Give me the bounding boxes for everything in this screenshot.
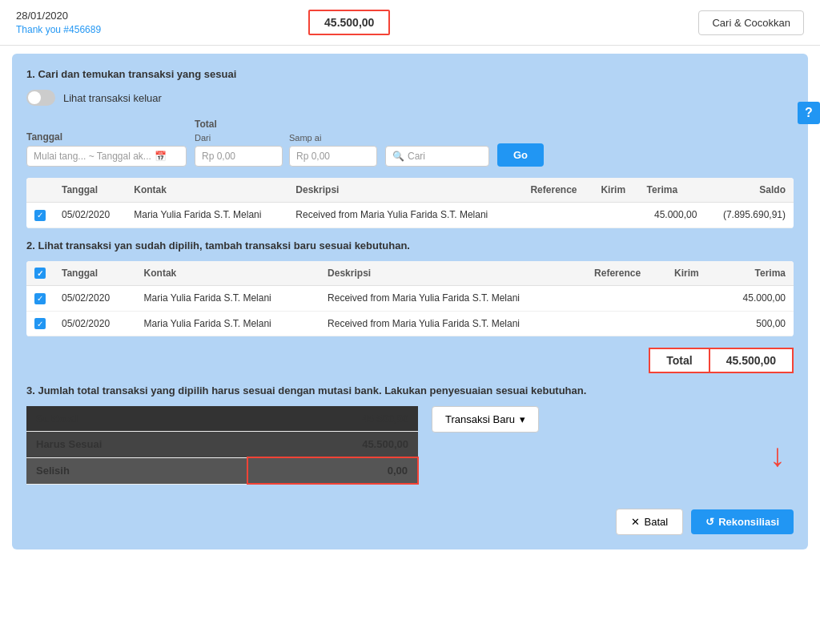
go-button[interactable]: Go: [497, 143, 544, 167]
tanggal-input[interactable]: Mulai tang... ~ Tanggal ak... 📅: [26, 146, 187, 167]
section1-table-container: Tanggal Kontak Deskripsi Reference Kirim…: [26, 178, 794, 228]
batal-label: Batal: [644, 516, 668, 528]
main-content: ? 1. Cari dan temukan transaksi yang ses…: [12, 54, 808, 549]
toggle-label: Lihat transaksi keluar: [63, 92, 162, 104]
row-check[interactable]: ✓: [26, 203, 54, 228]
search-icon: 🔍: [392, 151, 404, 162]
summary-right: Transaksi Baru ▾ ↓: [432, 406, 794, 479]
dari-input[interactable]: Rp 0,00: [195, 146, 283, 167]
row3-terima: 500,00: [718, 311, 794, 336]
row-deskripsi: Received from Maria Yulia Farida S.T. Me…: [287, 203, 522, 228]
total-label: Total: [195, 119, 377, 130]
col2-deskripsi: Deskripsi: [320, 261, 586, 286]
help-button[interactable]: ?: [798, 102, 820, 124]
subtotal-value: 45.500,00: [247, 406, 418, 432]
col2-check: ✓: [26, 261, 54, 286]
col-reference: Reference: [522, 178, 593, 203]
harussesuai-value: 45.500,00: [247, 432, 418, 458]
search-group: 🔍 Cari: [385, 131, 489, 167]
col2-kirim: Kirim: [666, 261, 718, 286]
row-reference: [522, 203, 593, 228]
section2-table: ✓ Tanggal Kontak Deskripsi Reference Kir…: [26, 261, 794, 337]
col2-kontak: Kontak: [136, 261, 320, 286]
checkbox-checked[interactable]: ✓: [34, 293, 46, 304]
col-tanggal: Tanggal: [54, 178, 126, 203]
refresh-icon: ↺: [705, 516, 714, 528]
row-kontak: Maria Yulia Farida S.T. Melani: [126, 203, 287, 228]
summary-table: Subtotal 45.500,00 Harus Sesuai 45.500,0…: [26, 406, 419, 485]
row2-kontak: Maria Yulia Farida S.T. Melani: [136, 286, 320, 312]
close-icon: ✕: [631, 516, 640, 528]
tanggal-group: Tanggal Mulai tang... ~ Tanggal ak... 📅: [26, 131, 187, 167]
transaksi-baru-button[interactable]: Transaksi Baru ▾: [432, 406, 539, 433]
col-kontak: Kontak: [126, 178, 287, 203]
section3: 3. Jumlah total transaksi yang dipilih h…: [26, 384, 794, 485]
col-check: [26, 178, 54, 203]
invoice-date: 28/01/2020: [16, 10, 292, 22]
total-group: Total Dari Rp 0,00 Samp ai Rp 0,00: [195, 119, 377, 167]
header-checkbox[interactable]: ✓: [34, 268, 46, 279]
summary-selisih-row: Selisih 0,00: [26, 457, 418, 484]
row2-deskripsi: Received from Maria Yulia Farida S.T. Me…: [320, 286, 586, 312]
rekonsiliasi-label: Rekonsiliasi: [718, 516, 779, 528]
col-saldo: Saldo: [705, 178, 794, 203]
row3-tanggal: 05/02/2020: [54, 311, 136, 336]
section2-title: 2. Lihat transaksi yan sudah dipilih, ta…: [26, 239, 794, 252]
total-label: Total: [649, 348, 708, 373]
invoice-ref: Thank you #456689: [16, 24, 292, 35]
total-row: Total 45.500,00: [26, 348, 794, 373]
arrow-down-icon: ↓: [770, 439, 786, 471]
top-bar-info: 28/01/2020 Thank you #456689: [16, 10, 292, 35]
chevron-down-icon: ▾: [520, 413, 525, 425]
transaksi-baru-label: Transaksi Baru: [445, 413, 515, 425]
selisih-label: Selisih: [26, 457, 247, 484]
row2-kirim: [666, 286, 718, 312]
row3-kontak: Maria Yulia Farida S.T. Melani: [136, 311, 320, 336]
row2-check[interactable]: ✓: [26, 286, 54, 312]
section3-body: Subtotal 45.500,00 Harus Sesuai 45.500,0…: [26, 406, 794, 485]
row-terima: 45.000,00: [639, 203, 705, 228]
col2-terima: Terima: [718, 261, 794, 286]
search-input[interactable]: 🔍 Cari: [385, 146, 489, 167]
bottom-actions: ✕ Batal ↺ Rekonsiliasi: [26, 509, 794, 535]
toggle-row: Lihat transaksi keluar: [26, 90, 794, 106]
row-tanggal: 05/02/2020: [54, 203, 126, 228]
col-terima: Terima: [639, 178, 705, 203]
toggle-lihat-transaksi[interactable]: [26, 90, 55, 106]
top-bar: 28/01/2020 Thank you #456689 45.500,00 C…: [0, 0, 820, 46]
row-saldo: (7.895.690,91): [705, 203, 794, 228]
section1-table: Tanggal Kontak Deskripsi Reference Kirim…: [26, 178, 794, 228]
batal-button[interactable]: ✕ Batal: [616, 509, 683, 535]
row2-terima: 45.000,00: [718, 286, 794, 312]
table-row: ✓ 05/02/2020 Maria Yulia Farida S.T. Mel…: [26, 286, 794, 312]
tanggal-placeholder: Mulai tang... ~ Tanggal ak...: [34, 151, 151, 162]
cari-cocokkan-button[interactable]: Cari & Cocokkan: [698, 10, 804, 35]
row3-check[interactable]: ✓: [26, 311, 54, 336]
row2-reference: [586, 286, 666, 312]
section2: 2. Lihat transaksi yan sudah dipilih, ta…: [26, 239, 794, 374]
invoice-amount: 45.500,00: [308, 10, 390, 35]
rekonsiliasi-button[interactable]: ↺ Rekonsiliasi: [691, 509, 794, 534]
total-value: 45.500,00: [709, 348, 794, 373]
section2-table-container: ✓ Tanggal Kontak Deskripsi Reference Kir…: [26, 261, 794, 337]
section1-title: 1. Cari dan temukan transaksi yang sesua…: [26, 68, 794, 80]
filter-row: Tanggal Mulai tang... ~ Tanggal ak... 📅 …: [26, 119, 794, 167]
tanggal-label: Tanggal: [26, 131, 187, 143]
summary-harussesuai-row: Harus Sesuai 45.500,00: [26, 432, 418, 458]
table-row: ✓ 05/02/2020 Maria Yulia Farida S.T. Mel…: [26, 311, 794, 336]
search-placeholder: Cari: [408, 151, 425, 162]
sampai-value: Rp 0,00: [296, 151, 330, 162]
summary-subtotal-row: Subtotal 45.500,00: [26, 406, 418, 432]
sampai-input[interactable]: Rp 0,00: [289, 146, 377, 167]
checkbox-checked[interactable]: ✓: [34, 210, 46, 221]
checkbox-checked[interactable]: ✓: [34, 318, 46, 329]
section3-title: 3. Jumlah total transaksi yang dipilih h…: [26, 384, 794, 396]
row3-deskripsi: Received from Maria Yulia Farida S.T. Me…: [320, 311, 586, 336]
calendar-icon: 📅: [155, 151, 167, 162]
dari-value: Rp 0,00: [202, 151, 235, 162]
table-row: ✓ 05/02/2020 Maria Yulia Farida S.T. Mel…: [26, 203, 794, 228]
col2-reference: Reference: [586, 261, 666, 286]
row2-tanggal: 05/02/2020: [54, 286, 136, 312]
row3-kirim: [666, 311, 718, 336]
arrow-container: ↓: [432, 439, 794, 479]
